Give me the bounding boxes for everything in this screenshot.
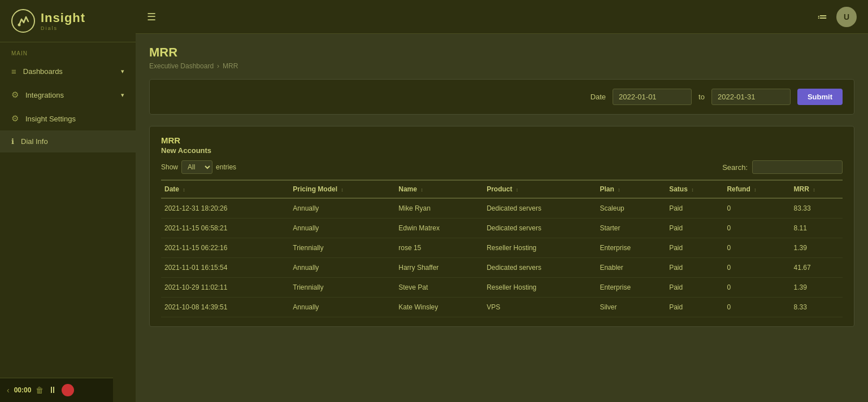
sidebar-item-insight-settings[interactable]: ⚙ Insight Settings — [0, 107, 136, 130]
sort-icon-mrr: ↕ — [813, 187, 815, 193]
hamburger-icon[interactable]: ☰ — [147, 11, 156, 23]
col-mrr[interactable]: MRR ↕ — [791, 180, 843, 198]
table-cell: Annually — [289, 258, 395, 278]
sort-icon-name: ↕ — [420, 187, 423, 193]
table-cell: 2021-10-08 14:39:51 — [161, 298, 289, 317]
breadcrumb-parent[interactable]: Executive Dashboard — [149, 62, 214, 70]
page-title: MRR — [149, 45, 854, 60]
logo-area: Insight Dials — [0, 0, 136, 42]
app-name: Insight — [41, 11, 85, 25]
col-date[interactable]: Date ↕ — [161, 180, 289, 198]
svg-point-1 — [18, 24, 21, 27]
table-cell: Enterprise — [596, 238, 666, 258]
table-cell: 41.67 — [791, 258, 843, 278]
table-cell: Edwin Matrex — [395, 219, 483, 238]
dashboards-icon: ≡ — [11, 67, 16, 76]
table-cell: Paid — [666, 298, 723, 317]
table-cell: Harry Shaffer — [395, 258, 483, 278]
record-button[interactable] — [62, 384, 74, 396]
table-cell: Starter — [596, 219, 666, 238]
table-cell: Paid — [666, 219, 723, 238]
table-cell: Enterprise — [596, 278, 666, 298]
table-row: 2021-10-08 14:39:51AnnuallyKate WinsleyV… — [161, 298, 843, 317]
table-cell: Paid — [666, 278, 723, 298]
table-cell: Annually — [289, 219, 395, 238]
col-name[interactable]: Name ↕ — [395, 180, 483, 198]
table-cell: 8.11 — [791, 219, 843, 238]
date-from-input[interactable] — [613, 89, 692, 105]
integrations-icon: ⚙ — [11, 90, 19, 100]
table-cell: Paid — [666, 198, 723, 219]
tasks-icon[interactable]: ≔ — [817, 11, 827, 23]
table-cell: Dedicated servers — [483, 198, 596, 219]
table-cell: 2021-11-15 06:22:16 — [161, 238, 289, 258]
table-row: 2021-10-29 11:02:11TrienniallySteve PatR… — [161, 278, 843, 298]
table-cell: 2021-11-01 16:15:54 — [161, 258, 289, 278]
nav-left-icon[interactable]: ‹ — [7, 386, 10, 395]
table-cell: Reseller Hosting — [483, 238, 596, 258]
main-content: ☰ ≔ U MRR Executive Dashboard › MRR Date… — [136, 0, 868, 402]
breadcrumb-current: MRR — [223, 62, 238, 70]
table-cell: 1.39 — [791, 238, 843, 258]
sidebar-item-dashboards[interactable]: ≡ Dashboards ▾ — [0, 60, 136, 83]
entries-label: entries — [216, 163, 236, 171]
table-cell: Steve Pat — [395, 278, 483, 298]
submit-button[interactable]: Submit — [797, 89, 843, 105]
table-cell: Triennially — [289, 238, 395, 258]
table-subtitle: New Accounts — [161, 146, 843, 155]
date-label: Date — [591, 93, 606, 101]
user-avatar[interactable]: U — [836, 7, 857, 27]
pause-button[interactable]: ⏸ — [48, 385, 57, 395]
sidebar-item-dial-info[interactable]: ℹ Dial Info — [0, 130, 136, 152]
table-cell: Annually — [289, 298, 395, 317]
table-cell: 83.33 — [791, 198, 843, 219]
col-status[interactable]: Satus ↕ — [666, 180, 723, 198]
bottom-bar: ‹ 00:00 🗑 ⏸ — [0, 378, 113, 402]
table-cell: 0 — [723, 198, 790, 219]
sidebar: Insight Dials MAIN ≡ Dashboards ▾ ⚙ Inte… — [0, 0, 136, 402]
table-title: MRR — [161, 136, 843, 145]
table-cell: Paid — [666, 238, 723, 258]
col-refund[interactable]: Refund ↕ — [723, 180, 790, 198]
sort-icon-date: ↕ — [183, 187, 185, 193]
table-cell: 2021-12-31 18:20:26 — [161, 198, 289, 219]
table-cell: Annually — [289, 198, 395, 219]
sidebar-item-label-integrations: Integrations — [25, 91, 64, 99]
table-cell: 0 — [723, 298, 790, 317]
sidebar-item-integrations[interactable]: ⚙ Integrations ▾ — [0, 83, 136, 107]
table-cell: Dedicated servers — [483, 219, 596, 238]
delete-button[interactable]: 🗑 — [36, 386, 44, 395]
table-cell: Kate Winsley — [395, 298, 483, 317]
table-cell: Enabler — [596, 258, 666, 278]
breadcrumb: Executive Dashboard › MRR — [149, 62, 854, 70]
col-plan[interactable]: Plan ↕ — [596, 180, 666, 198]
chevron-down-icon: ▾ — [121, 68, 124, 75]
table-cell: Scaleup — [596, 198, 666, 219]
table-row: 2021-11-15 06:58:21AnnuallyEdwin MatrexD… — [161, 219, 843, 238]
filter-bar: Date to Submit — [149, 79, 854, 115]
search-input[interactable] — [752, 160, 843, 174]
entries-select[interactable]: All 10 25 50 100 — [181, 160, 212, 174]
logo-icon — [11, 9, 35, 33]
breadcrumb-arrow: › — [217, 62, 219, 70]
table-cell: Paid — [666, 258, 723, 278]
settings-icon: ⚙ — [11, 113, 19, 124]
table-cell: Dedicated servers — [483, 258, 596, 278]
table-cell: Triennially — [289, 278, 395, 298]
col-product[interactable]: Product ↕ — [483, 180, 596, 198]
app-sub: Dials — [41, 25, 85, 31]
table-cell: 2021-11-15 06:58:21 — [161, 219, 289, 238]
search-bar: Search: — [722, 160, 843, 174]
table-cell: 0 — [723, 258, 790, 278]
table-cell: Silver — [596, 298, 666, 317]
sort-icon-refund: ↕ — [754, 187, 757, 193]
sort-icon-product: ↕ — [516, 187, 519, 193]
col-pricing-model[interactable]: Pricing Model ↕ — [289, 180, 395, 198]
chevron-down-icon-2: ▾ — [121, 91, 124, 99]
sort-icon-pricing: ↕ — [341, 187, 344, 193]
sort-icon-plan: ↕ — [618, 187, 620, 193]
table-row: 2021-11-15 06:22:16Trienniallyrose 15Res… — [161, 238, 843, 258]
table-cell: Mike Ryan — [395, 198, 483, 219]
sort-icon-status: ↕ — [691, 187, 694, 193]
date-to-input[interactable] — [711, 89, 791, 105]
